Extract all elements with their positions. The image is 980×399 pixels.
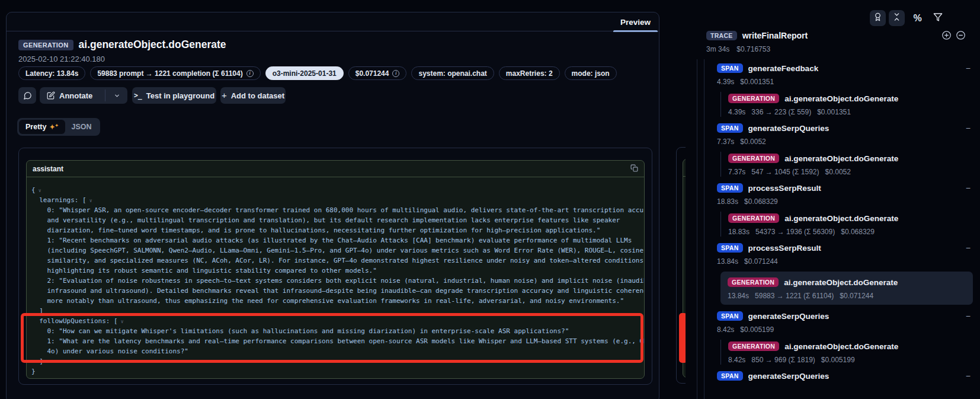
comment-button[interactable] [18,87,36,104]
code-line: (including SpeechGPT, SALMONN, Qwen2–Aud… [31,245,639,256]
tree-generation-group[interactable]: GENERATIONai.generateObject.doGenerate7.… [720,152,973,177]
assistant-message-panel: assistant {∨ learnings: [∨ 0: "Whisper A… [26,160,645,379]
pill-label: o3-mini-2025-01-31 [273,69,337,78]
add-to-dataset-label: Add to dataset [231,91,284,100]
metadata-pill[interactable]: maxRetries: 2 [499,66,560,80]
tab-preview[interactable]: Preview [612,12,659,31]
trace-name: writeFinalReport [742,31,808,40]
generation-metrics: 8.42s850 → 969 (Σ 1819)$0.005199 [728,356,973,365]
observation-name: ai.generateObject.doGenerate [784,94,973,103]
trace-metrics: 3m 34s$0.716753 [706,45,777,53]
annotation-queue-button[interactable] [870,10,886,26]
annotate-split-divider [105,90,105,101]
trace-duration: 3m 34s [706,45,729,53]
tree-generation-selected[interactable]: GENERATIONai.generateObject.doGenerate13… [720,272,973,305]
metadata-pill[interactable]: $0.071244i [348,66,407,80]
award-icon [873,12,882,24]
preview-tab-bar: Preview [7,12,659,31]
collapse-node-button[interactable]: − [963,123,973,133]
annotate-icon [47,91,55,100]
code-line: 1: "What are the latency benchmarks and … [31,336,639,346]
collapse-node-button[interactable]: − [963,63,973,73]
code-line: } [31,366,639,376]
generation-metrics: 18.83s54373 → 1936 (Σ 56309)$0.068329 [728,228,973,237]
code-line: 0: "How can we mitigate Whisper's limita… [31,326,639,336]
json-label: JSON [72,123,92,131]
tree-generation-group[interactable]: GENERATIONai.generateObject.doGenerate8.… [720,340,973,365]
observation-preview-panel: Preview GENERATION ai.generateObject.doG… [6,12,659,399]
metadata-pill[interactable]: system: openai.chat [411,66,494,80]
minus-circle-icon [956,30,966,43]
metadata-pill[interactable]: Latency: 13.84s [18,66,85,80]
tree-generation-group[interactable]: GENERATIONai.generateObject.doGenerate4.… [720,92,973,117]
tree-generation-row[interactable]: GENERATIONai.generateObject.doGenerate [728,92,973,105]
info-icon: i [246,70,254,77]
metadata-pill[interactable]: 59883 prompt → 1221 completion (Σ 61104)… [90,66,260,80]
collapse-node-button[interactable]: − [963,371,973,381]
code-line: and versatility (e.g., multilingual tran… [31,215,639,225]
metadata-pill[interactable]: mode: json [565,66,617,80]
tree-span-row[interactable]: SPANgenerateSerpQueries− [717,309,973,323]
tree-generation-row[interactable]: GENERATIONai.generateObject.doGenerate [728,340,973,353]
expand-all-button[interactable] [941,31,952,42]
tree-span-row[interactable]: SPANgenerateSerpQueries− [717,122,973,135]
metadata-pill[interactable]: o3-mini-2025-01-31 [265,66,344,80]
tree-generation-group[interactable]: GENERATIONai.generateObject.doGenerate18… [720,212,973,237]
code-line: highlighting its robust semantic and lin… [31,266,639,276]
span-badge: SPAN [717,183,743,193]
span-badge: SPAN [717,63,743,73]
tree-span-row[interactable]: SPANprocessSerpResult− [717,181,973,194]
plus-icon: + [222,90,227,100]
output-format-toggle: Pretty ✦✦ JSON [17,118,100,136]
generation-badge: GENERATION [728,213,779,223]
tab-json[interactable]: JSON [65,120,98,134]
code-line: followUpQuestions: [∨ [31,316,639,326]
playground-label: Test in playground [146,91,214,100]
trace-root-row[interactable]: TRACE writeFinalReport [706,31,808,40]
tree-span-row[interactable]: SPANgenerateSerpQueries− [717,369,973,382]
copy-icon[interactable] [630,164,638,174]
collapse-chevron-icon[interactable]: ∨ [89,198,92,203]
code-line: diarization, fine–tuned word timestamps,… [31,225,639,235]
collapse-all-button[interactable] [889,10,905,26]
annotate-label: Annotate [59,91,92,100]
collapse-node-button[interactable]: − [963,311,973,321]
tab-pretty[interactable]: Pretty ✦✦ [19,120,65,134]
code-line: more notably than ultrasound, thus empha… [31,296,639,306]
show-percentages-button[interactable]: % [909,10,925,26]
message-role-label: assistant [33,165,63,173]
test-in-playground-button[interactable]: >_ Test in playground [132,87,216,104]
observation-name: processSerpResult [748,244,958,253]
pill-label: maxRetries: 2 [506,69,553,78]
pill-label: system: openai.chat [418,69,486,78]
code-line: 4o) under various noise conditions?" [31,346,639,356]
collapse-tree-button[interactable] [955,31,966,42]
clipped-panel-sliver [676,146,686,385]
filter-button[interactable] [930,10,946,26]
annotate-dropdown-button[interactable] [106,87,127,104]
tree-span-row[interactable]: SPANprocessSerpResult− [717,241,973,254]
tree-generation-row[interactable]: GENERATIONai.generateObject.doGenerate [728,152,973,165]
observation-name: ai.generateObject.doGenerate [784,214,973,223]
tree-span-row[interactable]: SPANgenerateFeedback− [717,62,973,75]
collapse-chevron-icon[interactable]: ∨ [39,188,41,193]
collapse-node-button[interactable]: − [963,243,973,253]
span-metrics: 8.42s$0.005199 [717,325,973,334]
page-title: ai.generateObject.doGenerate [79,39,226,51]
annotate-split-button[interactable]: Annotate [40,87,127,104]
tree-generation-row[interactable]: GENERATIONai.generateObject.doGenerate [728,212,973,225]
pill-label: Latency: 13.84s [25,69,78,78]
trace-badge: TRACE [706,31,737,40]
tab-preview-label: Preview [620,18,651,27]
observation-name: processSerpResult [748,184,958,193]
tree-generation-row[interactable]: GENERATIONai.generateObject.doGenerate [728,276,967,289]
trace-cost: $0.716753 [736,45,770,53]
generation-badge: GENERATION [728,277,779,287]
collapse-chevron-icon[interactable]: ∨ [121,319,124,324]
tree-indent-guide [697,59,697,399]
generation-type-badge: GENERATION [18,40,73,50]
code-line: 1: "Recent benchmarks on adversarial aud… [31,235,639,245]
add-to-dataset-button[interactable]: + Add to dataset [220,87,286,104]
code-line: 0: "Whisper ASR, an open-source encoder–… [31,205,639,215]
collapse-node-button[interactable]: − [963,183,973,193]
